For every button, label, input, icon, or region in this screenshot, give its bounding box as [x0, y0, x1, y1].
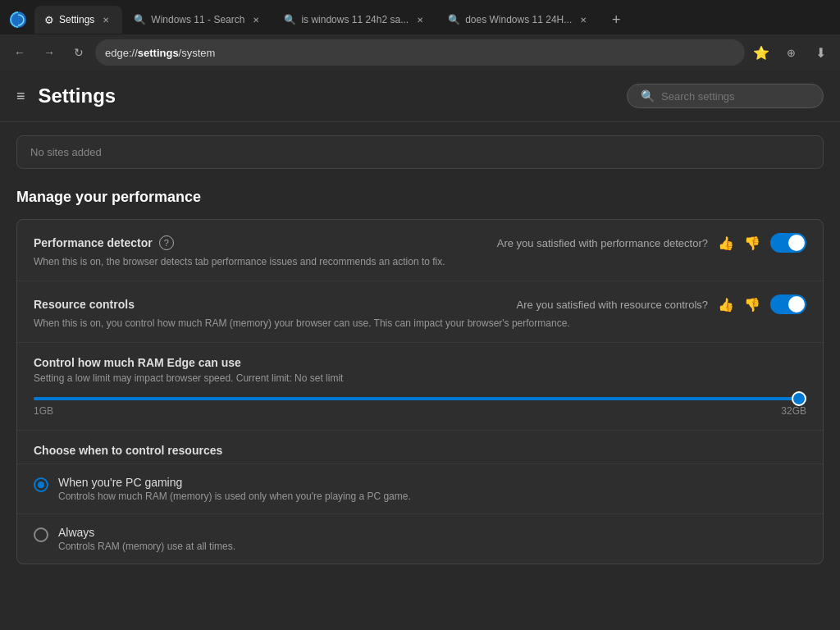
radio-gaming-row: When you're PC gaming Controls how much …: [17, 464, 823, 514]
toggle-detector[interactable]: [770, 233, 806, 253]
row-left-detector: Performance detector ?: [34, 235, 174, 250]
search-tab-icon-2: 🔍: [284, 14, 296, 25]
settings-tab-label: Settings: [59, 14, 94, 25]
nav-right-icons: ⭐ ⊕ ⬇: [748, 39, 833, 66]
browser-logo-icon: [7, 8, 30, 31]
help-icon-detector[interactable]: ?: [159, 235, 174, 250]
address-bar[interactable]: edge://settings/system: [95, 39, 745, 66]
tab-label-2: is windows 11 24h2 sa...: [301, 14, 409, 25]
slider-fill: [34, 397, 798, 400]
tab-is-windows[interactable]: 🔍 is windows 11 24h2 sa... ✕: [274, 6, 436, 34]
thumbup-detector[interactable]: 👍: [718, 235, 734, 251]
ram-title: Control how much RAM Edge can use: [34, 356, 806, 369]
tab-label-1: Windows 11 - Search: [151, 14, 244, 25]
performance-detector-row: Performance detector ? Are you satisfied…: [17, 220, 823, 281]
row-left-resources: Resource controls: [34, 298, 135, 311]
radio-gaming-label: When you're PC gaming: [58, 476, 411, 489]
refresh-button[interactable]: ↻: [66, 39, 92, 66]
new-tab-button[interactable]: +: [605, 8, 628, 31]
slider-track: [34, 397, 806, 400]
no-sites-text: No sites added: [30, 146, 102, 158]
row-main-detector: Performance detector ? Are you satisfied…: [34, 233, 806, 253]
detector-description: When this is on, the browser detects tab…: [34, 256, 806, 267]
feedback-text-resources: Are you satisfied with resource controls…: [517, 299, 708, 311]
resource-controls-title: Resource controls: [34, 298, 135, 311]
tab-close-1[interactable]: ✕: [249, 13, 262, 26]
search-icon: 🔍: [641, 89, 655, 103]
forward-button[interactable]: →: [36, 39, 62, 66]
tab-close-3[interactable]: ✕: [577, 13, 590, 26]
choose-when-title: Choose when to control resources: [17, 431, 823, 464]
section-title-performance: Manage your performance: [16, 189, 824, 206]
download-icon[interactable]: ⬇: [807, 39, 833, 66]
no-sites-box: No sites added: [16, 135, 824, 169]
search-tab-icon-3: 🔍: [448, 14, 460, 25]
radio-gaming-button[interactable]: [34, 477, 48, 492]
search-tab-icon-1: 🔍: [134, 14, 146, 25]
ram-desc: Setting a low limit may impact browser s…: [34, 372, 806, 384]
thumbdown-detector[interactable]: 👎: [744, 235, 760, 251]
radio-always-label: Always: [58, 526, 235, 539]
tab-bar: ⚙ Settings ✕ 🔍 Windows 11 - Search ✕ 🔍 i…: [0, 0, 840, 34]
tab-does-windows[interactable]: 🔍 does Windows 11 24H... ✕: [438, 6, 600, 34]
thumbdown-resources[interactable]: 👎: [744, 297, 760, 313]
settings-content: No sites added Manage your performance P…: [0, 122, 840, 630]
collections-icon[interactable]: ⊕: [778, 39, 804, 66]
search-input[interactable]: [661, 90, 809, 103]
row-right-resources: Are you satisfied with resource controls…: [517, 294, 806, 314]
settings-header: ≡ Settings 🔍: [0, 71, 840, 122]
row-right-detector: Are you satisfied with performance detec…: [497, 233, 806, 253]
performance-detector-title: Performance detector: [34, 236, 153, 249]
row-main-resources: Resource controls Are you satisfied with…: [34, 294, 806, 314]
ram-control-row: Control how much RAM Edge can use Settin…: [17, 343, 823, 431]
radio-always-button[interactable]: [34, 527, 48, 542]
menu-icon[interactable]: ≡: [16, 88, 25, 105]
radio-always-row: Always Controls RAM (memory) use at all …: [17, 514, 823, 564]
resources-description: When this is on, you control how much RA…: [34, 317, 806, 329]
performance-card: Performance detector ? Are you satisfied…: [16, 219, 824, 564]
tab-label-3: does Windows 11 24H...: [465, 14, 572, 25]
tab-close-settings[interactable]: ✕: [99, 13, 112, 26]
ram-slider-container: 1GB 32GB: [34, 397, 806, 417]
tab-close-2[interactable]: ✕: [413, 13, 427, 26]
slider-labels: 1GB 32GB: [34, 405, 806, 417]
radio-gaming-content: When you're PC gaming Controls how much …: [58, 476, 411, 502]
radio-gaming-desc: Controls how much RAM (memory) is used o…: [58, 491, 411, 502]
thumbup-resources[interactable]: 👍: [718, 297, 734, 313]
slider-max-label: 32GB: [781, 405, 806, 417]
slider-min-label: 1GB: [34, 405, 53, 417]
favorites-icon[interactable]: ⭐: [748, 39, 774, 66]
back-button[interactable]: ←: [7, 39, 33, 66]
tab-settings[interactable]: ⚙ Settings ✕: [34, 6, 122, 34]
settings-page: ≡ Settings 🔍 No sites added Manage your …: [0, 71, 840, 630]
resource-controls-row: Resource controls Are you satisfied with…: [17, 281, 823, 343]
slider-thumb[interactable]: [792, 391, 806, 406]
address-text: edge://settings/system: [105, 47, 215, 59]
toggle-resources[interactable]: [770, 294, 806, 314]
settings-tab-icon: ⚙: [44, 14, 54, 26]
tab-windows11-search[interactable]: 🔍 Windows 11 - Search ✕: [124, 6, 272, 34]
page-title: Settings: [39, 84, 614, 107]
feedback-text-detector: Are you satisfied with performance detec…: [497, 237, 708, 249]
search-box[interactable]: 🔍: [627, 84, 824, 108]
radio-always-desc: Controls RAM (memory) use at all times.: [58, 541, 235, 552]
radio-always-content: Always Controls RAM (memory) use at all …: [58, 526, 235, 552]
nav-bar: ← → ↻ edge://settings/system ⭐ ⊕ ⬇: [0, 34, 840, 71]
